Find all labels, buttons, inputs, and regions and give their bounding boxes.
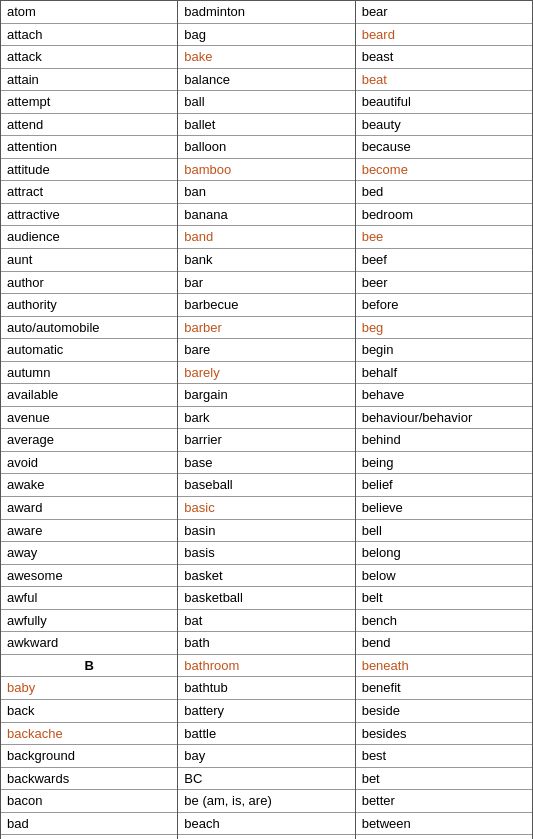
list-item: besides [356,723,532,746]
list-item: basket [178,565,354,588]
list-item: avoid [1,452,177,475]
list-item: beer [356,272,532,295]
list-item: atom [1,1,177,24]
list-item: attract [1,181,177,204]
column-2: badmintonbagbakebalanceballballetballoon… [178,0,355,839]
list-item: battle [178,723,354,746]
list-item: below [356,565,532,588]
list-item: bed [356,181,532,204]
list-item: barber [178,317,354,340]
list-item: awesome [1,565,177,588]
list-item: baseball [178,474,354,497]
column-1: atomattachattackattainattemptattendatten… [0,0,178,839]
list-item: be (am, is, are) [178,790,354,813]
list-item: avenue [1,407,177,430]
list-item: beautiful [356,91,532,114]
list-item: bay [178,745,354,768]
list-item: beat [356,69,532,92]
list-item: bank [178,249,354,272]
list-item: bet [356,768,532,791]
list-item: attitude [1,159,177,182]
list-item: basis [178,542,354,565]
list-item: behalf [356,362,532,385]
list-item: attractive [1,204,177,227]
list-item: because [356,136,532,159]
list-item: aunt [1,249,177,272]
word-list-container: atomattachattackattainattemptattendatten… [0,0,533,839]
list-item: ballet [178,114,354,137]
list-item: beg [356,317,532,340]
list-item: average [1,429,177,452]
list-item: beneath [356,655,532,678]
list-item: attention [1,136,177,159]
list-item: authority [1,294,177,317]
list-item: automatic [1,339,177,362]
list-item: between [356,813,532,836]
list-item: belong [356,542,532,565]
list-item: bathroom [178,655,354,678]
list-item: auto/automobile [1,317,177,340]
list-item: become [356,159,532,182]
list-item: bend [356,632,532,655]
list-item: author [1,272,177,295]
list-item: bag [178,24,354,47]
list-item: ball [178,91,354,114]
list-item: awful [1,587,177,610]
list-item: bat [178,610,354,633]
list-item: autumn [1,362,177,385]
list-item: bedroom [356,204,532,227]
list-item: begin [356,339,532,362]
list-item: bench [356,610,532,633]
list-item: attain [1,69,177,92]
list-item: attach [1,24,177,47]
list-item: belt [356,587,532,610]
list-item: barrier [178,429,354,452]
list-item: being [356,452,532,475]
list-item: balance [178,69,354,92]
list-item: backache [1,723,177,746]
list-item: before [356,294,532,317]
list-item: baby [1,677,177,700]
list-item: bacon [1,790,177,813]
list-item: behave [356,384,532,407]
list-item: beyond [356,835,532,839]
list-item: ban [178,181,354,204]
list-item: believe [356,497,532,520]
list-item: BC [178,768,354,791]
list-item: backwards [1,768,177,791]
list-item: barely [178,362,354,385]
list-item: attack [1,46,177,69]
list-item: bad [1,813,177,836]
list-item: beef [356,249,532,272]
list-item: audience [1,226,177,249]
list-item: available [1,384,177,407]
list-item: attempt [1,91,177,114]
list-item: bathtub [178,677,354,700]
list-item: bake [178,46,354,69]
list-item: barbecue [178,294,354,317]
list-item: battery [178,700,354,723]
list-item: aware [1,520,177,543]
list-item: behaviour/behavior [356,407,532,430]
list-item: bar [178,272,354,295]
list-item: awake [1,474,177,497]
list-item: B [1,655,177,678]
list-item: award [1,497,177,520]
list-item: basketball [178,587,354,610]
list-item: beach [178,813,354,836]
list-item: basin [178,520,354,543]
list-item: basic [178,497,354,520]
list-item: band [178,226,354,249]
list-item: benefit [356,677,532,700]
list-item: badly [1,835,177,839]
column-3: bearbeardbeastbeatbeautifulbeautybecause… [356,0,533,839]
list-item: belief [356,474,532,497]
list-item: balloon [178,136,354,159]
list-item: away [1,542,177,565]
list-item: beard [356,24,532,47]
list-item: attend [1,114,177,137]
list-item: awkward [1,632,177,655]
list-item: bath [178,632,354,655]
list-item: bamboo [178,159,354,182]
list-item: banana [178,204,354,227]
